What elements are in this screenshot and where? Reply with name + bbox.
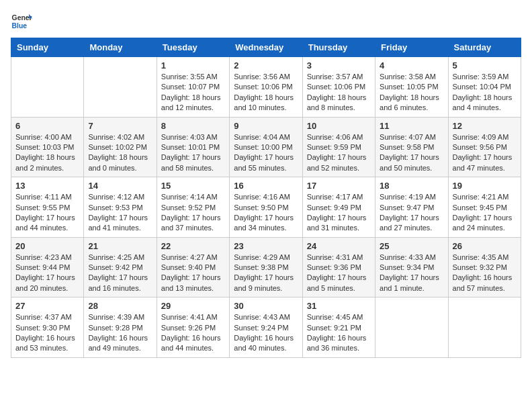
calendar-cell: 17Sunrise: 4:17 AMSunset: 9:49 PMDayligh…	[302, 177, 375, 238]
day-info: Sunrise: 4:09 AMSunset: 9:56 PMDaylight:…	[453, 132, 517, 174]
calendar-cell: 28Sunrise: 4:39 AMSunset: 9:28 PMDayligh…	[84, 298, 157, 358]
calendar-cell: 15Sunrise: 4:14 AMSunset: 9:52 PMDayligh…	[157, 177, 229, 238]
calendar-cell: 5Sunrise: 3:59 AMSunset: 10:04 PMDayligh…	[448, 57, 521, 118]
calendar-cell: 9Sunrise: 4:04 AMSunset: 10:00 PMDayligh…	[230, 117, 302, 177]
weekday-header-saturday: Saturday	[448, 38, 521, 57]
calendar-cell: 30Sunrise: 4:43 AMSunset: 9:24 PMDayligh…	[230, 298, 302, 358]
day-info: Sunrise: 4:02 AMSunset: 10:02 PMDaylight…	[88, 132, 152, 174]
day-info: Sunrise: 4:39 AMSunset: 9:28 PMDaylight:…	[88, 312, 152, 354]
week-row-3: 13Sunrise: 4:11 AMSunset: 9:55 PMDayligh…	[11, 177, 521, 238]
calendar-cell	[448, 298, 521, 358]
week-row-4: 20Sunrise: 4:23 AMSunset: 9:44 PMDayligh…	[11, 237, 521, 298]
calendar-cell: 24Sunrise: 4:31 AMSunset: 9:36 PMDayligh…	[302, 237, 375, 298]
day-info: Sunrise: 4:45 AMSunset: 9:21 PMDaylight:…	[307, 312, 371, 354]
day-info: Sunrise: 4:12 AMSunset: 9:53 PMDaylight:…	[88, 192, 152, 234]
day-info: Sunrise: 4:03 AMSunset: 10:01 PMDaylight…	[161, 132, 225, 174]
day-info: Sunrise: 4:07 AMSunset: 9:58 PMDaylight:…	[380, 132, 443, 174]
day-number: 6	[15, 121, 79, 131]
calendar-cell: 18Sunrise: 4:19 AMSunset: 9:47 PMDayligh…	[375, 177, 448, 238]
day-info: Sunrise: 3:56 AMSunset: 10:06 PMDaylight…	[234, 72, 298, 113]
day-info: Sunrise: 3:57 AMSunset: 10:06 PMDaylight…	[307, 72, 371, 113]
calendar-cell: 14Sunrise: 4:12 AMSunset: 9:53 PMDayligh…	[84, 177, 157, 238]
day-info: Sunrise: 4:19 AMSunset: 9:47 PMDaylight:…	[380, 192, 443, 234]
weekday-header-monday: Monday	[84, 38, 157, 57]
day-number: 19	[453, 181, 517, 191]
page-header: General Blue	[11, 11, 521, 32]
day-info: Sunrise: 4:06 AMSunset: 9:59 PMDaylight:…	[307, 132, 371, 174]
day-number: 11	[380, 121, 443, 131]
day-number: 2	[234, 60, 298, 71]
day-info: Sunrise: 4:25 AMSunset: 9:42 PMDaylight:…	[88, 253, 152, 294]
day-info: Sunrise: 4:41 AMSunset: 9:26 PMDaylight:…	[161, 312, 225, 354]
day-number: 20	[15, 241, 79, 251]
day-number: 30	[234, 301, 298, 311]
day-info: Sunrise: 4:37 AMSunset: 9:30 PMDaylight:…	[15, 312, 79, 354]
day-info: Sunrise: 3:58 AMSunset: 10:05 PMDaylight…	[380, 72, 443, 113]
day-info: Sunrise: 4:31 AMSunset: 9:36 PMDaylight:…	[307, 253, 371, 294]
day-info: Sunrise: 4:04 AMSunset: 10:00 PMDaylight…	[234, 132, 298, 174]
day-info: Sunrise: 4:43 AMSunset: 9:24 PMDaylight:…	[234, 312, 298, 354]
calendar-cell: 8Sunrise: 4:03 AMSunset: 10:01 PMDayligh…	[157, 117, 229, 177]
weekday-header-sunday: Sunday	[11, 38, 84, 57]
calendar-cell: 20Sunrise: 4:23 AMSunset: 9:44 PMDayligh…	[11, 237, 84, 298]
calendar-cell: 27Sunrise: 4:37 AMSunset: 9:30 PMDayligh…	[11, 298, 84, 358]
calendar-cell: 3Sunrise: 3:57 AMSunset: 10:06 PMDayligh…	[302, 57, 375, 118]
day-info: Sunrise: 4:23 AMSunset: 9:44 PMDaylight:…	[15, 253, 79, 294]
calendar-cell	[375, 298, 448, 358]
day-info: Sunrise: 4:29 AMSunset: 9:38 PMDaylight:…	[234, 253, 298, 294]
calendar-cell: 13Sunrise: 4:11 AMSunset: 9:55 PMDayligh…	[11, 177, 84, 238]
calendar-cell: 23Sunrise: 4:29 AMSunset: 9:38 PMDayligh…	[230, 237, 302, 298]
calendar-cell: 7Sunrise: 4:02 AMSunset: 10:02 PMDayligh…	[84, 117, 157, 177]
day-info: Sunrise: 4:11 AMSunset: 9:55 PMDaylight:…	[15, 192, 79, 234]
week-row-1: 1Sunrise: 3:55 AMSunset: 10:07 PMDayligh…	[11, 57, 521, 118]
day-info: Sunrise: 4:35 AMSunset: 9:32 PMDaylight:…	[453, 253, 517, 294]
day-number: 14	[88, 181, 152, 191]
calendar-cell: 12Sunrise: 4:09 AMSunset: 9:56 PMDayligh…	[448, 117, 521, 177]
week-row-5: 27Sunrise: 4:37 AMSunset: 9:30 PMDayligh…	[11, 298, 521, 358]
day-info: Sunrise: 4:33 AMSunset: 9:34 PMDaylight:…	[380, 253, 443, 294]
calendar-cell: 29Sunrise: 4:41 AMSunset: 9:26 PMDayligh…	[157, 298, 229, 358]
calendar-cell: 4Sunrise: 3:58 AMSunset: 10:05 PMDayligh…	[375, 57, 448, 118]
calendar-cell	[84, 57, 157, 118]
day-info: Sunrise: 3:59 AMSunset: 10:04 PMDaylight…	[453, 72, 517, 113]
day-number: 1	[161, 60, 225, 71]
day-number: 22	[161, 241, 225, 251]
calendar-cell: 26Sunrise: 4:35 AMSunset: 9:32 PMDayligh…	[448, 237, 521, 298]
day-number: 7	[88, 121, 152, 131]
day-number: 24	[307, 241, 371, 251]
calendar-cell: 1Sunrise: 3:55 AMSunset: 10:07 PMDayligh…	[157, 57, 229, 118]
weekday-header-thursday: Thursday	[302, 38, 375, 57]
day-number: 5	[453, 60, 517, 71]
day-number: 17	[307, 181, 371, 191]
calendar-cell: 31Sunrise: 4:45 AMSunset: 9:21 PMDayligh…	[302, 298, 375, 358]
day-number: 15	[161, 181, 225, 191]
logo-icon: General Blue	[11, 11, 32, 32]
day-info: Sunrise: 4:17 AMSunset: 9:49 PMDaylight:…	[307, 192, 371, 234]
calendar-cell: 6Sunrise: 4:00 AMSunset: 10:03 PMDayligh…	[11, 117, 84, 177]
day-info: Sunrise: 4:16 AMSunset: 9:50 PMDaylight:…	[234, 192, 298, 234]
day-info: Sunrise: 3:55 AMSunset: 10:07 PMDaylight…	[161, 72, 225, 113]
weekday-header-tuesday: Tuesday	[157, 38, 229, 57]
calendar-cell: 19Sunrise: 4:21 AMSunset: 9:45 PMDayligh…	[448, 177, 521, 238]
weekday-header-wednesday: Wednesday	[230, 38, 302, 57]
calendar-cell	[11, 57, 84, 118]
day-number: 13	[15, 181, 79, 191]
day-number: 3	[307, 60, 371, 71]
calendar-cell: 11Sunrise: 4:07 AMSunset: 9:58 PMDayligh…	[375, 117, 448, 177]
weekday-header-row: SundayMondayTuesdayWednesdayThursdayFrid…	[11, 38, 521, 57]
calendar-cell: 10Sunrise: 4:06 AMSunset: 9:59 PMDayligh…	[302, 117, 375, 177]
day-number: 25	[380, 241, 443, 251]
day-number: 23	[234, 241, 298, 251]
day-number: 9	[234, 121, 298, 131]
day-number: 26	[453, 241, 517, 251]
day-number: 18	[380, 181, 443, 191]
day-info: Sunrise: 4:14 AMSunset: 9:52 PMDaylight:…	[161, 192, 225, 234]
calendar-cell: 25Sunrise: 4:33 AMSunset: 9:34 PMDayligh…	[375, 237, 448, 298]
day-number: 4	[380, 60, 443, 71]
day-number: 31	[307, 301, 371, 311]
calendar-cell: 22Sunrise: 4:27 AMSunset: 9:40 PMDayligh…	[157, 237, 229, 298]
logo: General Blue	[11, 11, 32, 32]
day-number: 16	[234, 181, 298, 191]
week-row-2: 6Sunrise: 4:00 AMSunset: 10:03 PMDayligh…	[11, 117, 521, 177]
day-number: 8	[161, 121, 225, 131]
